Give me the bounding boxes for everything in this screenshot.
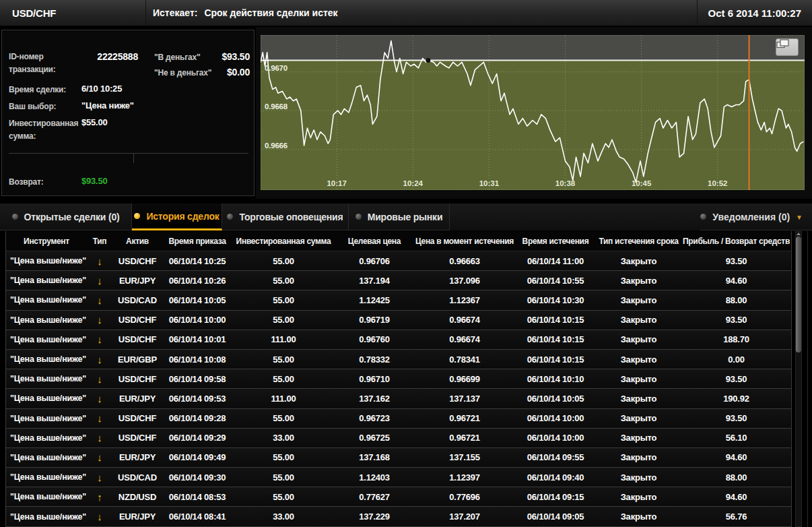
- table-row[interactable]: "Цена выше/ниже"↓EUR/JPY06/10/14 08:4133…: [6, 507, 791, 526]
- return-label: Возврат:: [9, 176, 43, 189]
- tab-3[interactable]: Мировые рынки: [349, 204, 450, 230]
- invested-amount: 55.00: [232, 374, 335, 384]
- direction-arrow-icon: ↑: [87, 491, 112, 503]
- expiry-price: 0.96721: [414, 413, 515, 423]
- target-price: 0.96710: [335, 374, 414, 384]
- instrument: "Цена выше/ниже": [6, 315, 87, 325]
- direction-arrow-icon: ↓: [87, 511, 112, 522]
- direction-arrow-icon: ↓: [87, 275, 112, 286]
- chart-area: 0.96700.96680.966610:1710:2410:3110:3810…: [256, 27, 812, 199]
- target-price: 0.96706: [335, 256, 414, 266]
- table-scrollbar-thumb[interactable]: [796, 237, 801, 352]
- expiry-time: 06/10/14 10:00: [515, 433, 596, 443]
- tab-0[interactable]: Открытые сделки (0): [0, 204, 132, 230]
- expiry-type: Закрыто: [596, 374, 681, 384]
- order-time: 06/10/14 10:26: [162, 276, 232, 286]
- payout: 93.50: [681, 256, 791, 266]
- invested-amount: 55.00: [232, 276, 335, 286]
- expiry-time: 06/10/14 10:00: [515, 413, 596, 423]
- direction-arrow-icon: ↓: [87, 472, 112, 483]
- popout-chart-button[interactable]: [776, 38, 799, 56]
- invested-amount: 55.00: [232, 492, 335, 502]
- target-price: 0.96723: [335, 413, 414, 423]
- asset: NZD/USD: [112, 492, 162, 502]
- panel-divider-notch: [133, 153, 134, 163]
- order-time: 06/10/14 10:25: [162, 256, 232, 266]
- history-rows: "Цена выше/ниже"↓USD/CHF06/10/14 10:2555…: [5, 251, 792, 527]
- table-row[interactable]: "Цена выше/ниже"↓USD/CHF06/10/14 09:2855…: [6, 409, 791, 429]
- expiry-price: 137.155: [414, 452, 515, 462]
- expiry-time: 06/10/14 10:15: [515, 315, 596, 325]
- table-row[interactable]: "Цена выше/ниже"↓EUR/GBP06/10/14 10:0855…: [6, 350, 791, 369]
- table-row[interactable]: "Цена выше/ниже"↓EUR/JPY06/10/14 09:4955…: [6, 448, 791, 468]
- target-price: 137.168: [335, 452, 414, 462]
- in-money-value: $93.50: [189, 51, 250, 62]
- direction-arrow-icon: ↓: [87, 255, 112, 267]
- expiry-price: 0.77696: [414, 492, 515, 502]
- asset: USD/CAD: [112, 472, 162, 483]
- scrollbar-up-arrow-icon[interactable]: [797, 232, 801, 235]
- trade-id-value: 22225888: [81, 51, 138, 62]
- tab-bullet-icon: [12, 214, 18, 220]
- expiry-time: 06/10/14 09:05: [515, 512, 596, 522]
- expiry-label: Истекает:: [153, 7, 197, 18]
- target-price: 137.162: [335, 394, 414, 404]
- above-target-region: [261, 35, 805, 60]
- table-row[interactable]: "Цена выше/ниже"↓USD/CAD06/10/14 10:0555…: [6, 290, 791, 310]
- page-right-edge: [807, 231, 808, 527]
- target-price: 1.12403: [335, 472, 414, 483]
- asset: EUR/JPY: [112, 512, 162, 522]
- invested-amount: 55.00: [232, 452, 335, 462]
- tab-bullet-icon: [356, 214, 362, 220]
- notifications-label: Уведомления (0): [712, 212, 790, 222]
- table-row[interactable]: "Цена выше/ниже"↑NZD/USD06/10/14 08:5355…: [6, 487, 791, 507]
- invested-amount: 111.00: [232, 334, 335, 344]
- instrument: "Цена выше/ниже": [6, 414, 87, 423]
- column-header: Целевая цена: [335, 237, 414, 246]
- expiry-type: Закрыто: [596, 295, 681, 305]
- chevron-down-icon: ▼: [796, 212, 803, 221]
- direction-arrow-icon: ↓: [87, 294, 112, 306]
- payout: 88.00: [681, 295, 791, 305]
- invested-label: Инвестированная сумма:: [9, 117, 80, 143]
- direction-arrow-icon: ↓: [87, 412, 112, 424]
- asset: USD/CHF: [112, 334, 162, 344]
- payout: 56.10: [681, 433, 791, 443]
- notifications-dropdown[interactable]: Уведомления (0) ▼: [700, 204, 812, 230]
- table-row[interactable]: "Цена выше/ниже"↓USD/CHF06/10/14 10:2555…: [6, 251, 791, 271]
- invested-amount: 33.00: [232, 512, 335, 522]
- table-row[interactable]: "Цена выше/ниже"↓EUR/JPY06/10/14 09:5311…: [6, 389, 791, 408]
- order-time: 06/10/14 09:49: [162, 452, 232, 462]
- tab-2[interactable]: Торговые оповещения: [222, 204, 349, 230]
- expiry-time: 06/10/14 10:05: [515, 394, 596, 404]
- table-row[interactable]: "Цена выше/ниже"↓USD/CHF06/10/14 09:2933…: [6, 429, 791, 448]
- payout: 93.50: [681, 315, 791, 325]
- expiry-price: 137.096: [414, 276, 515, 286]
- trade-info-panel: ID-номер транзакции: 22225888 "В деньгах…: [1, 30, 255, 196]
- direction-arrow-icon: ↓: [87, 354, 112, 365]
- tab-bullet-icon: [227, 214, 233, 220]
- column-header: Тип: [87, 237, 112, 246]
- instrument: "Цена выше/ниже": [6, 276, 87, 285]
- tab-1-active[interactable]: История сделок: [132, 204, 222, 230]
- asset: USD/CHF: [112, 374, 162, 384]
- table-row[interactable]: "Цена выше/ниже"↓USD/CHF06/10/14 09:5855…: [6, 369, 791, 389]
- payout: 88.00: [681, 472, 791, 483]
- table-row[interactable]: "Цена выше/ниже"↓USD/CAD06/10/14 09:3055…: [6, 468, 791, 487]
- direction-arrow-icon: ↓: [87, 393, 112, 404]
- below-target-region: [261, 60, 805, 190]
- order-time: 06/10/14 10:05: [162, 295, 232, 305]
- expiry-time: 06/10/14 10:15: [515, 354, 596, 365]
- table-row[interactable]: "Цена выше/ниже"↓EUR/JPY06/10/14 10:2655…: [6, 271, 791, 290]
- order-time: 06/10/14 10:01: [162, 334, 232, 344]
- column-header: Инструмент: [6, 237, 87, 246]
- table-row[interactable]: "Цена выше/ниже"↓USD/CHF06/10/14 10:0055…: [6, 311, 791, 330]
- expiry-type: Закрыто: [596, 472, 681, 483]
- price-chart-svg: [261, 35, 805, 190]
- instrument: "Цена выше/ниже": [6, 295, 87, 305]
- tab-label: Открытые сделки (0): [24, 212, 120, 222]
- instrument: "Цена выше/ниже": [6, 472, 87, 482]
- return-value: $93.50: [81, 176, 108, 186]
- table-row[interactable]: "Цена выше/ниже"↓USD/CHF06/10/14 10:0111…: [6, 330, 791, 350]
- asset: USD/CHF: [112, 256, 162, 266]
